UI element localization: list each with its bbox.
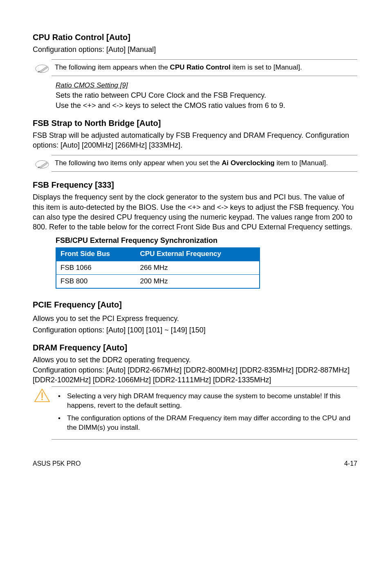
heading-pcie: PCIE Frequency [Auto]	[33, 300, 357, 310]
pencil-icon	[33, 155, 52, 172]
heading-fsb-strap: FSB Strap to North Bridge [Auto]	[33, 119, 357, 128]
pencil-icon	[33, 59, 52, 76]
text-fsb-strap-body: FSB Strap will be adjusted automatically…	[33, 130, 357, 150]
text-pcie-2: Configuration options: [Auto] [100] [101…	[33, 325, 357, 335]
table-row: FSB 1066 266 MHz	[56, 261, 260, 275]
sub-ratio-cmos: Ratio CMOS Setting [9] Sets the ratio be…	[56, 81, 357, 110]
text-pcie-1: Allows you to set the PCI Express freque…	[33, 314, 357, 323]
svg-point-8	[41, 399, 43, 400]
th-fsb: Front Side Bus	[56, 247, 136, 261]
page-footer: ASUS P5K PRO 4-17	[33, 460, 357, 467]
footer-left: ASUS P5K PRO	[33, 460, 81, 467]
text-dram-body: Allows you to set the DDR2 operating fre…	[33, 355, 357, 385]
sub-body-ratio-cmos-1: Sets the ratio between CPU Core Clock an…	[56, 90, 357, 100]
note-cpu-ratio-text: The following item appears when the CPU …	[52, 59, 357, 76]
warning-dram-text: •Selecting a very high DRAM frequency ma…	[52, 386, 357, 440]
note-cpu-ratio: The following item appears when the CPU …	[33, 59, 357, 76]
table-title: FSB/CPU External Frequency Synchronizati…	[56, 236, 357, 245]
cell-fsb-0: FSB 1066	[56, 261, 136, 275]
document-page: CPU Ratio Control [Auto] Configuration o…	[0, 0, 390, 484]
note-fsb-strap-text: The following two items only appear when…	[52, 155, 357, 172]
table-row: FSB 800 200 MHz	[56, 274, 260, 288]
text-cpu-ratio-body: Configuration options: [Auto] [Manual]	[33, 45, 357, 54]
warning-item-1: •Selecting a very high DRAM frequency ma…	[67, 392, 357, 411]
sub-heading-ratio-cmos: Ratio CMOS Setting [9]	[56, 81, 357, 90]
heading-dram: DRAM Frequency [Auto]	[33, 343, 357, 352]
warning-dram: •Selecting a very high DRAM frequency ma…	[33, 386, 357, 440]
th-cpu: CPU External Frequency	[136, 247, 260, 261]
footer-right: 4-17	[344, 460, 357, 467]
table-header-row: Front Side Bus CPU External Frequency	[56, 247, 260, 261]
fsb-cpu-table: Front Side Bus CPU External Frequency FS…	[56, 247, 260, 289]
warning-icon	[33, 386, 52, 403]
text-fsb-freq-body: Displays the frequency sent by the clock…	[33, 192, 357, 232]
heading-fsb-freq: FSB Frequency [333]	[33, 180, 357, 190]
sub-body-ratio-cmos-2: Use the <+> and <-> keys to select the C…	[56, 101, 357, 110]
cell-fsb-1: FSB 800	[56, 274, 136, 288]
cell-cpu-1: 200 MHz	[136, 274, 260, 288]
heading-cpu-ratio: CPU Ratio Control [Auto]	[33, 33, 357, 42]
cell-cpu-0: 266 MHz	[136, 261, 260, 275]
warning-item-2: •The configuration options of the DRAM F…	[67, 414, 357, 433]
note-fsb-strap: The following two items only appear when…	[33, 155, 357, 172]
